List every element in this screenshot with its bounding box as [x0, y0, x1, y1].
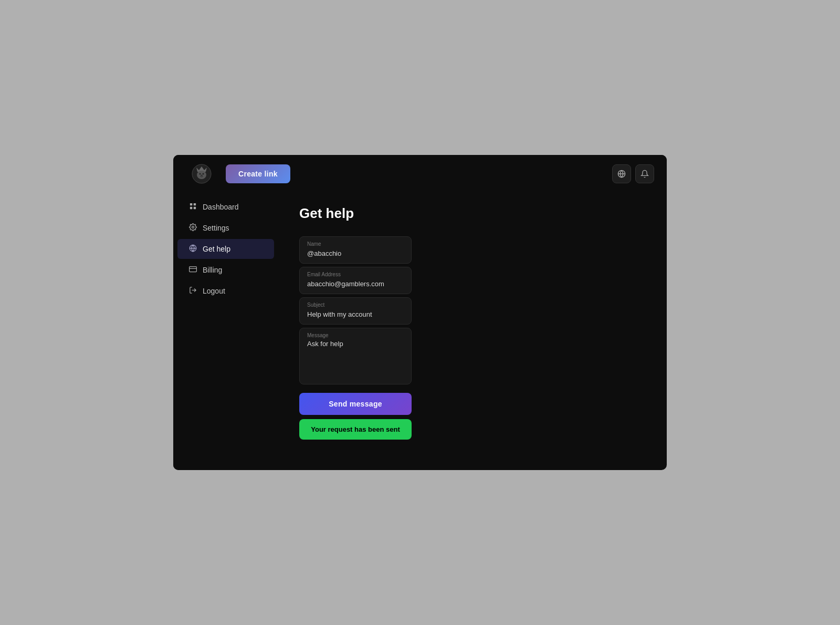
sidebar-item-logout[interactable]: Logout [177, 281, 274, 301]
header-actions [612, 164, 654, 183]
bell-icon [640, 170, 649, 178]
subject-label: Subject [307, 302, 404, 308]
email-field-group: Email Address [299, 267, 412, 294]
logout-icon [188, 286, 197, 296]
svg-point-5 [201, 175, 203, 176]
email-label: Email Address [307, 272, 404, 277]
send-message-button[interactable]: Send message [299, 393, 412, 415]
help-globe-icon [188, 244, 197, 254]
subject-input[interactable] [307, 310, 404, 318]
content-area: Get help Name Email Address Subject Mess… [278, 193, 667, 470]
logo-area [186, 163, 217, 184]
subject-field-group: Subject [299, 297, 412, 325]
sidebar-item-billing[interactable]: Billing [177, 260, 274, 280]
create-link-button[interactable]: Create link [226, 164, 290, 183]
page-title: Get help [299, 205, 646, 222]
name-input[interactable] [307, 249, 404, 257]
globe-icon-button[interactable] [612, 164, 631, 183]
help-form: Name Email Address Subject Message Send … [299, 236, 646, 440]
settings-icon [188, 223, 197, 233]
message-field-group: Message [299, 328, 412, 384]
sidebar-help-label: Get help [203, 245, 230, 253]
name-field-group: Name [299, 236, 412, 264]
bell-icon-button[interactable] [635, 164, 654, 183]
app-window: Create link [173, 155, 667, 470]
success-banner: Your request has been sent [299, 419, 412, 440]
sidebar-item-settings[interactable]: Settings [177, 218, 274, 238]
header-center: Create link [226, 164, 604, 183]
sidebar-item-dashboard[interactable]: Dashboard [177, 197, 274, 217]
sidebar-billing-label: Billing [203, 266, 222, 274]
svg-point-4 [203, 173, 204, 175]
email-input[interactable] [307, 280, 404, 288]
message-label: Message [307, 332, 404, 338]
sidebar-item-get-help[interactable]: Get help [177, 239, 274, 259]
logo-icon [191, 163, 212, 184]
svg-rect-8 [190, 203, 192, 205]
header: Create link [173, 155, 667, 193]
svg-rect-10 [190, 207, 192, 209]
svg-rect-11 [193, 207, 195, 209]
main-layout: Dashboard Settings [173, 193, 667, 470]
message-textarea[interactable] [307, 340, 404, 377]
globe-icon [617, 170, 626, 178]
sidebar-logout-label: Logout [203, 287, 225, 295]
sidebar-settings-label: Settings [203, 224, 229, 232]
billing-icon [188, 265, 197, 275]
grid-icon [188, 202, 197, 212]
sidebar-dashboard-label: Dashboard [203, 203, 239, 211]
sidebar: Dashboard Settings [173, 193, 278, 470]
svg-point-12 [192, 226, 194, 228]
name-label: Name [307, 241, 404, 247]
svg-point-3 [200, 173, 201, 175]
svg-rect-9 [193, 203, 195, 205]
svg-rect-15 [189, 267, 196, 272]
